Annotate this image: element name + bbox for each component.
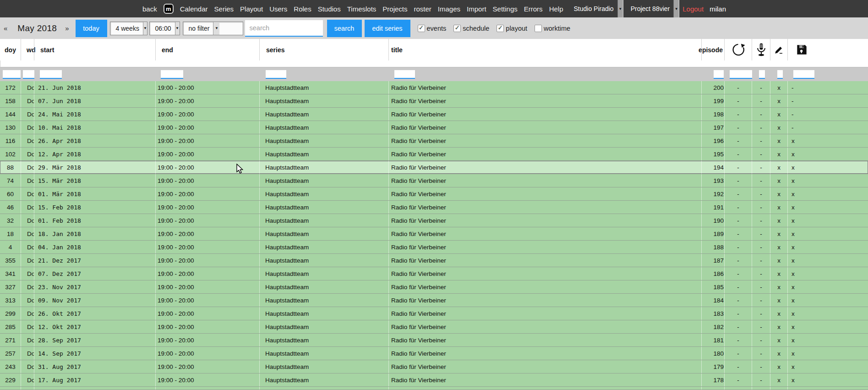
table-row[interactable]: 88 Do, 29. Mär 2018 19:00 - 20:00 Haupts… bbox=[0, 161, 868, 174]
menu-item-projects[interactable]: Projects bbox=[379, 5, 410, 13]
checkbox-schedule[interactable]: ✓ schedule bbox=[453, 25, 489, 32]
filter-episode-input[interactable] bbox=[714, 70, 724, 79]
time-select[interactable]: 06:00 ▼ bbox=[149, 22, 180, 35]
previous-month-button[interactable]: « bbox=[4, 24, 7, 32]
table-row[interactable]: 355 Do, 21. Dez 2017 19:00 - 20:00 Haupt… bbox=[0, 254, 868, 267]
filter-preproduced-input[interactable] bbox=[777, 70, 783, 79]
table-row[interactable]: 172 Do, 21. Jun 2018 19:00 - 20:00 Haupt… bbox=[0, 81, 868, 94]
menu-item-import[interactable]: Import bbox=[464, 5, 490, 13]
table-row[interactable]: 60 Do, 01. Mär 2018 19:00 - 20:00 Haupts… bbox=[0, 187, 868, 201]
cell-weekday: Do, bbox=[21, 174, 34, 187]
table-row[interactable]: 144 Do, 24. Mai 2018 19:00 - 20:00 Haupt… bbox=[0, 108, 868, 121]
cell-doy: 4 bbox=[0, 241, 21, 253]
table-row[interactable]: 74 Do, 15. Mär 2018 19:00 - 20:00 Haupts… bbox=[0, 174, 868, 187]
filter-series-input[interactable] bbox=[266, 70, 286, 79]
cell-title: Radio für Vierbeiner bbox=[388, 334, 701, 346]
checkbox-events[interactable]: ✓ events bbox=[418, 25, 447, 32]
menu-item-timeslots[interactable]: Timeslots bbox=[344, 5, 380, 13]
range-select[interactable]: 4 weeks ▼ bbox=[110, 22, 147, 35]
table-row[interactable]: 327 Do, 23. Nov 2017 19:00 - 20:00 Haupt… bbox=[0, 280, 868, 294]
checkbox-box[interactable]: ✓ bbox=[453, 25, 461, 32]
table-row[interactable]: 285 Do, 12. Okt 2017 19:00 - 20:00 Haupt… bbox=[0, 320, 868, 334]
table-row[interactable]: 130 Do, 10. Mai 2018 19:00 - 20:00 Haupt… bbox=[0, 121, 868, 134]
filter-doy-input[interactable] bbox=[3, 70, 21, 79]
table-row[interactable]: 257 Do, 14. Sep 2017 19:00 - 20:00 Haupt… bbox=[0, 347, 868, 360]
menu-item-users[interactable]: Users bbox=[266, 5, 290, 13]
menu-item-images[interactable]: Images bbox=[435, 5, 464, 13]
menu-item-settings[interactable]: Settings bbox=[490, 5, 521, 13]
cell-live-flag: - bbox=[752, 161, 770, 174]
filter-wd-input[interactable] bbox=[23, 70, 34, 79]
column-header-end[interactable]: end bbox=[155, 39, 259, 60]
column-header-title[interactable]: title bbox=[388, 39, 701, 60]
column-header-repeat[interactable] bbox=[724, 39, 752, 60]
menu-item-help[interactable]: Help bbox=[546, 5, 567, 13]
table-row[interactable]: 102 Do, 12. Apr 2018 19:00 - 20:00 Haupt… bbox=[0, 148, 868, 161]
logout-button[interactable]: Logout bbox=[679, 5, 707, 13]
table-row[interactable]: 271 Do, 28. Sep 2017 19:00 - 20:00 Haupt… bbox=[0, 334, 868, 347]
column-header-archived[interactable] bbox=[787, 39, 868, 60]
column-header-series[interactable]: series bbox=[259, 39, 388, 60]
menu-item-roles[interactable]: Roles bbox=[290, 5, 314, 13]
menu-item-roster[interactable]: roster bbox=[411, 5, 435, 13]
table-row[interactable]: 116 Do, 26. Apr 2018 19:00 - 20:00 Haupt… bbox=[0, 134, 868, 148]
checkbox-worktime[interactable]: ✓ worktime bbox=[535, 25, 570, 32]
column-header-preproduced[interactable] bbox=[770, 39, 787, 60]
menu-item-calendar[interactable]: Calendar bbox=[177, 5, 211, 13]
chevron-down-icon[interactable]: ▼ bbox=[673, 0, 679, 17]
table-row[interactable]: 229 Do, 17. Aug 2017 19:00 - 20:00 Haupt… bbox=[0, 374, 868, 387]
table-row[interactable]: 4 Do, 04. Jan 2018 19:00 - 20:00 Hauptst… bbox=[0, 241, 868, 254]
chevron-down-icon[interactable]: ▼ bbox=[617, 0, 623, 17]
chevron-down-icon[interactable]: ▼ bbox=[143, 22, 147, 35]
table-row[interactable]: 32 Do, 01. Feb 2018 19:00 - 20:00 Haupts… bbox=[0, 214, 868, 227]
chevron-down-icon[interactable]: ▼ bbox=[175, 22, 180, 35]
checkbox-box[interactable]: ✓ bbox=[418, 25, 425, 32]
column-header-episode[interactable]: episode bbox=[701, 39, 724, 60]
checkbox-box[interactable]: ✓ bbox=[535, 25, 542, 32]
menu-item-playout[interactable]: Playout bbox=[237, 5, 266, 13]
table-row[interactable]: 299 Do, 26. Okt 2017 19:00 - 20:00 Haupt… bbox=[0, 307, 868, 320]
cell-repeat-flag: - bbox=[724, 267, 752, 280]
table-row[interactable]: 158 Do, 07. Jun 2018 19:00 - 20:00 Haupt… bbox=[0, 94, 868, 108]
table-row[interactable]: 243 Do, 31. Aug 2017 19:00 - 20:00 Haupt… bbox=[0, 360, 868, 374]
cell-doy: 158 bbox=[0, 94, 21, 107]
table-row[interactable]: 18 Do, 18. Jan 2018 19:00 - 20:00 Haupts… bbox=[0, 227, 868, 241]
menu-item-errors[interactable]: Errors bbox=[521, 5, 546, 13]
studio-select[interactable]: Studio Piradio ▼ bbox=[569, 0, 623, 17]
menu-item-back[interactable]: back bbox=[139, 5, 160, 13]
menu-item-studios[interactable]: Studios bbox=[315, 5, 344, 13]
table-row-partial[interactable] bbox=[0, 387, 868, 390]
column-header-wd[interactable]: wd bbox=[21, 39, 34, 60]
cell-start-date: 28. Sep 2017 bbox=[34, 334, 155, 346]
project-select[interactable]: Project 88vier ▼ bbox=[626, 0, 680, 17]
filter-select[interactable]: no filter ▼ bbox=[183, 22, 243, 35]
filter-repeat-input[interactable] bbox=[730, 70, 752, 79]
cell-time-range: 19:00 - 20:00 bbox=[155, 227, 259, 240]
search-input[interactable] bbox=[245, 20, 323, 37]
checkbox-playout[interactable]: ✓ playout bbox=[497, 25, 527, 32]
column-header-start[interactable]: start bbox=[34, 39, 155, 60]
filter-archived-input[interactable] bbox=[793, 70, 814, 79]
edit-series-button[interactable]: edit series bbox=[365, 20, 410, 37]
app-logo-icon[interactable]: m bbox=[164, 4, 174, 14]
today-button[interactable]: today bbox=[76, 20, 107, 37]
cell-repeat-flag: - bbox=[724, 214, 752, 227]
filter-end-input[interactable] bbox=[161, 70, 183, 79]
cell-repeat-flag: - bbox=[724, 201, 752, 214]
table-row[interactable]: 46 Do, 15. Feb 2018 19:00 - 20:00 Haupts… bbox=[0, 201, 868, 214]
checkbox-box[interactable]: ✓ bbox=[497, 25, 504, 32]
column-header-live[interactable] bbox=[752, 39, 770, 60]
next-month-button[interactable]: » bbox=[65, 24, 69, 32]
table-row[interactable]: 313 Do, 09. Nov 2017 19:00 - 20:00 Haupt… bbox=[0, 294, 868, 307]
cell-preproduced-flag: x bbox=[770, 227, 787, 240]
cell-start-date: 26. Apr 2018 bbox=[34, 134, 155, 147]
filter-title-input[interactable] bbox=[394, 70, 415, 79]
filter-start-input[interactable] bbox=[40, 70, 62, 79]
menu-item-series[interactable]: Series bbox=[211, 5, 237, 13]
table-row[interactable]: 341 Do, 07. Dez 2017 19:00 - 20:00 Haupt… bbox=[0, 267, 868, 280]
filter-live-input[interactable] bbox=[759, 70, 765, 79]
cell-start-date: 14. Sep 2017 bbox=[34, 347, 155, 360]
column-header-doy[interactable]: doy bbox=[0, 39, 21, 60]
search-button[interactable]: search bbox=[327, 20, 362, 37]
chevron-down-icon[interactable]: ▼ bbox=[213, 22, 219, 35]
